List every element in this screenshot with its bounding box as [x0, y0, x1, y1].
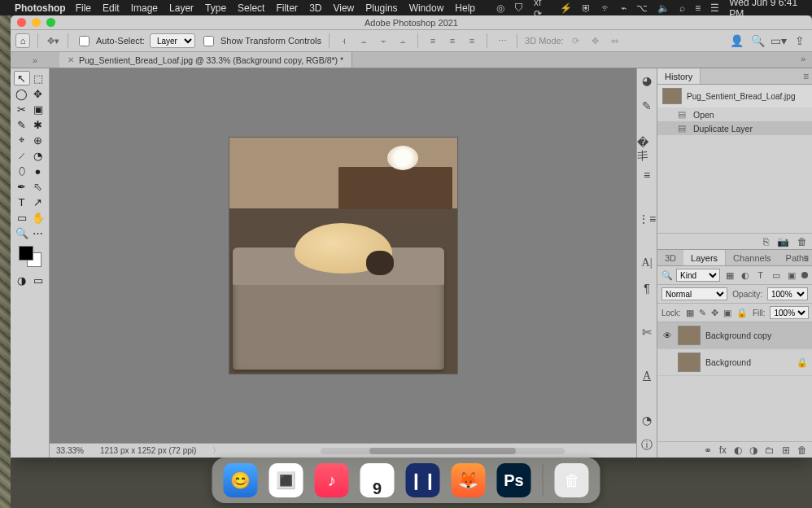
panel-menu-icon[interactable]: ≡ — [803, 71, 809, 82]
info-panel-icon[interactable]: ⓘ — [637, 438, 657, 453]
blend-mode-select[interactable]: Normal — [661, 287, 727, 300]
menu-layer[interactable]: Layer — [169, 2, 194, 14]
app-name[interactable]: Photoshop — [15, 2, 66, 14]
status-icon[interactable]: ⛨ — [582, 2, 592, 14]
distribute-icon[interactable]: ≡ — [426, 35, 440, 46]
history-source-row[interactable]: Pug_Sentient_Bread_Loaf.jpg — [657, 85, 812, 107]
trash-icon[interactable]: 🗑 — [797, 236, 807, 247]
crop-tool[interactable]: ✂ — [14, 102, 30, 116]
lock-artboard-icon[interactable]: ▣ — [723, 308, 731, 318]
status-icon[interactable]: ◎ — [496, 2, 504, 14]
layer-fx-icon[interactable]: fx — [719, 444, 727, 456]
dock-trash[interactable]: 🗑 — [555, 463, 589, 497]
align-top-icon[interactable]: ⫠ — [395, 35, 410, 46]
layer-row[interactable]: Background 🔒 — [657, 349, 812, 376]
document-artboard[interactable] — [229, 138, 457, 374]
menu-window[interactable]: Window — [409, 2, 444, 14]
battery-icon[interactable]: ⌁ — [621, 2, 626, 14]
marquee-tool[interactable]: ⬚ — [30, 71, 46, 85]
align-hcenter-icon[interactable]: ⫠ — [356, 35, 371, 46]
menu-help[interactable]: Help — [455, 2, 475, 14]
search-icon[interactable]: 🔍 — [750, 35, 765, 46]
layer-filter-kind[interactable]: Kind — [676, 269, 720, 282]
adjustment-layer-icon[interactable]: ◑ — [749, 444, 757, 456]
menu-type[interactable]: Type — [205, 2, 226, 14]
menu-plugins[interactable]: Plugins — [365, 2, 397, 14]
pen-tool[interactable]: ⬁ — [30, 179, 46, 194]
frame-tool[interactable]: ▣ — [30, 102, 46, 116]
document-viewport[interactable] — [50, 68, 636, 443]
history-item[interactable]: ▤ Open — [657, 107, 812, 121]
horizontal-scrollbar[interactable] — [321, 448, 565, 454]
window-minimize-button[interactable] — [32, 18, 41, 27]
doc-info-chevron-icon[interactable]: 〉 — [212, 445, 220, 457]
document-tab[interactable]: ✕ Pug_Sentient_Bread_Loaf.jpg @ 33.3% (B… — [59, 52, 352, 68]
doc-info[interactable]: 1213 px x 1252 px (72 ppi) — [100, 446, 196, 455]
window-close-button[interactable] — [17, 18, 26, 27]
dodge-tool[interactable]: ✒ — [14, 179, 30, 194]
layer-name[interactable]: Background — [705, 357, 751, 367]
filter-toggle[interactable] — [801, 272, 808, 278]
swatches-panel-icon[interactable]: ✎ — [637, 99, 657, 113]
menu-3d[interactable]: 3D — [309, 2, 321, 14]
align-left-icon[interactable]: ⫞ — [337, 35, 351, 46]
menubar-clock[interactable]: Wed Jun 9 6:41 PM — [729, 0, 805, 20]
healing-tool[interactable]: ✱ — [30, 117, 46, 132]
hand-tool[interactable]: ✋ — [30, 210, 46, 225]
dock-music[interactable]: ♪ — [315, 463, 349, 497]
selection-tool[interactable]: ✥ — [30, 86, 46, 101]
paragraph-panel-icon[interactable]: ¶ — [637, 281, 657, 296]
move-tool-icon[interactable]: ✥▾ — [46, 35, 60, 46]
distribute-icon[interactable]: ≡ — [465, 35, 479, 46]
stamp-tool[interactable]: ⊕ — [30, 133, 46, 147]
shape-tool[interactable]: ▭ — [14, 210, 30, 225]
dock-launchpad[interactable]: 🔳 — [269, 463, 303, 497]
wifi-icon[interactable]: ᯤ — [601, 2, 611, 14]
styles-panel-icon[interactable]: ≡ — [637, 168, 657, 182]
actions-panel-icon[interactable]: ✄ — [637, 325, 657, 339]
menu-select[interactable]: Select — [238, 2, 264, 14]
opacity-value[interactable]: 100% — [767, 287, 808, 300]
snapshot-icon[interactable]: 📷 — [777, 236, 789, 247]
path-select-tool[interactable]: ↗ — [30, 195, 46, 209]
toolbar-expander-icon[interactable]: » — [11, 52, 59, 68]
layer-row[interactable]: 👁 Background copy — [657, 322, 812, 349]
status-icon[interactable]: xf ⟳ — [534, 0, 550, 20]
lock-icon[interactable]: 🔒 — [797, 357, 808, 368]
brush-tool[interactable]: ⌖ — [14, 133, 30, 147]
glyphs-panel-icon[interactable]: A — [637, 369, 657, 383]
menu-image[interactable]: Image — [131, 2, 158, 14]
dock-calendar[interactable]: JUN9 — [360, 463, 395, 497]
color-swatches[interactable] — [19, 246, 41, 267]
panel-menu-icon[interactable]: ≡ — [803, 252, 809, 264]
layer-name[interactable]: Background copy — [705, 331, 771, 340]
filter-smart-icon[interactable]: ▣ — [785, 270, 797, 281]
type-tool[interactable]: T — [14, 195, 30, 209]
tab-layers[interactable]: Layers — [683, 250, 726, 265]
zoom-tool[interactable]: 🔍 — [14, 226, 30, 240]
status-icon[interactable]: ⛉ — [514, 2, 524, 14]
dock-photoshop[interactable]: Ps — [497, 463, 531, 497]
autoselect-checkbox[interactable] — [79, 36, 89, 46]
menu-view[interactable]: View — [333, 2, 354, 14]
window-zoom-button[interactable] — [46, 18, 55, 27]
filter-shape-icon[interactable]: ▭ — [770, 270, 782, 281]
lock-position-icon[interactable]: ✥ — [711, 308, 718, 318]
control-center-icon[interactable]: ≡ — [695, 2, 701, 14]
lasso-tool[interactable]: ◯ — [14, 86, 30, 101]
new-layer-icon[interactable]: ⊞ — [782, 444, 790, 456]
input-icon[interactable]: ⌥ — [636, 2, 648, 14]
zoom-level[interactable]: 33.33% — [56, 446, 84, 455]
window-titlebar[interactable]: Adobe Photoshop 2021 — [11, 15, 812, 30]
menu-filter[interactable]: Filter — [276, 2, 298, 14]
autoselect-target-select[interactable]: Layer — [150, 33, 195, 48]
volume-icon[interactable]: 🔈 — [657, 2, 670, 14]
menu-edit[interactable]: Edit — [103, 2, 120, 14]
link-layers-icon[interactable]: ⚭ — [704, 444, 712, 456]
dock-finder[interactable]: 😊 — [224, 463, 258, 497]
layer-mask-icon[interactable]: ◐ — [734, 444, 742, 456]
lock-pixels-icon[interactable]: ▦ — [686, 308, 694, 318]
distribute-icon[interactable]: ≡ — [445, 35, 460, 46]
dock-parallels[interactable]: ❙❙ — [406, 463, 440, 497]
history-item[interactable]: ▤ Duplicate Layer — [657, 121, 812, 135]
